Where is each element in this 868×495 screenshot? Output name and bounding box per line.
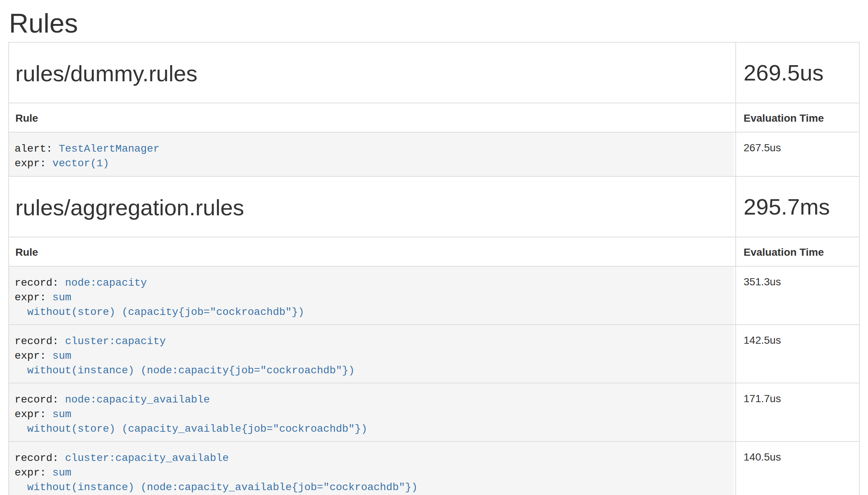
rule-name-link[interactable]: node:capacity <box>65 277 147 289</box>
rule-keyword: record: <box>15 394 59 406</box>
rule-keyword: alert: <box>15 143 52 155</box>
rule-keyword: record: <box>15 452 59 464</box>
rule-row: record: node:capacity expr: sum without(… <box>9 267 859 325</box>
rule-evaluation-time: 142.5us <box>735 325 859 383</box>
rule-name-link[interactable]: TestAlertManager <box>59 143 160 155</box>
rule-group-file: rules/aggregation.rules <box>15 195 726 220</box>
rules-page: Rules rules/dummy.rules 269.5us Rule Eva… <box>0 0 868 495</box>
rule-definition-cell: record: node:capacity expr: sum without(… <box>9 267 735 324</box>
column-header-row: Rule Evaluation Time <box>9 103 859 133</box>
rules-table: rules/dummy.rules 269.5us Rule Evaluatio… <box>8 42 860 495</box>
rule-definition: record: node:capacity_available expr: su… <box>15 392 726 436</box>
rule-column-header: Rule <box>9 237 735 266</box>
expr-keyword: expr: <box>15 409 46 420</box>
rule-group: rules/dummy.rules 269.5us Rule Evaluatio… <box>9 43 859 177</box>
rule-row: record: cluster:capacity_available expr:… <box>9 442 859 495</box>
evaluation-time-column-header: Evaluation Time <box>735 103 859 132</box>
rule-definition-cell: alert: TestAlertManager expr: vector(1) <box>9 133 735 176</box>
expr-keyword: expr: <box>15 292 46 303</box>
rule-evaluation-time: 140.5us <box>735 442 859 495</box>
rule-name-link[interactable]: cluster:capacity <box>65 335 166 347</box>
rule-expr-link[interactable]: sum without(store) (capacity{job="cockro… <box>15 292 304 318</box>
rule-definition: record: cluster:capacity expr: sum witho… <box>15 334 726 378</box>
page-title: Rules <box>9 9 860 37</box>
expr-keyword: expr: <box>15 350 46 362</box>
rule-expr-link[interactable]: sum without(instance) (node:capacity_ava… <box>15 467 418 493</box>
rule-definition: alert: TestAlertManager expr: vector(1) <box>15 142 726 171</box>
column-header-row: Rule Evaluation Time <box>9 237 859 267</box>
rule-expr-link[interactable]: sum without(store) (capacity_available{j… <box>15 409 367 435</box>
rule-row: record: node:capacity_available expr: su… <box>9 383 859 442</box>
rule-name-link[interactable]: node:capacity_available <box>65 394 210 406</box>
rule-expr-link[interactable]: vector(1) <box>52 158 109 169</box>
rule-evaluation-time: 267.5us <box>735 133 859 176</box>
expr-keyword: expr: <box>15 467 46 479</box>
expr-keyword: expr: <box>15 158 46 169</box>
rule-definition-cell: record: node:capacity_available expr: su… <box>9 383 735 441</box>
rule-evaluation-time: 351.3us <box>735 267 859 324</box>
rule-group-file: rules/dummy.rules <box>15 61 726 86</box>
rule-definition: record: node:capacity expr: sum without(… <box>15 276 726 319</box>
rule-row: alert: TestAlertManager expr: vector(1) … <box>9 133 859 177</box>
rule-group-evaluation-time: 269.5us <box>735 43 859 103</box>
rule-group-file-cell: rules/aggregation.rules <box>9 177 735 237</box>
rule-expr-link[interactable]: sum without(instance) (node:capacity{job… <box>15 350 355 376</box>
rule-definition-cell: record: cluster:capacity expr: sum witho… <box>9 325 735 383</box>
rule-group-header-row: rules/dummy.rules 269.5us <box>9 43 859 103</box>
rule-keyword: record: <box>15 335 59 347</box>
rule-name-link[interactable]: cluster:capacity_available <box>65 452 229 464</box>
rule-keyword: record: <box>15 277 59 289</box>
rule-group-file-cell: rules/dummy.rules <box>9 43 735 103</box>
rule-column-header: Rule <box>9 103 735 132</box>
rule-definition-cell: record: cluster:capacity_available expr:… <box>9 442 735 495</box>
rule-definition: record: cluster:capacity_available expr:… <box>15 451 726 495</box>
rule-group: rules/aggregation.rules 295.7ms Rule Eva… <box>9 177 859 495</box>
rule-group-header-row: rules/aggregation.rules 295.7ms <box>9 177 859 237</box>
rule-row: record: cluster:capacity expr: sum witho… <box>9 325 859 383</box>
evaluation-time-column-header: Evaluation Time <box>735 237 859 266</box>
rule-evaluation-time: 171.7us <box>735 383 859 441</box>
rule-group-evaluation-time: 295.7ms <box>735 177 859 237</box>
